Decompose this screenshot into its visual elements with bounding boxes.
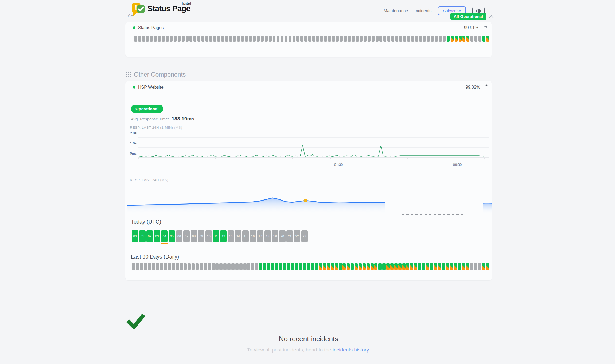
uptime-bar	[233, 36, 236, 42]
uptime-bar	[406, 263, 409, 270]
uptime-bar	[374, 263, 377, 270]
uptime-bar	[419, 36, 422, 42]
uptime-bar	[192, 263, 195, 270]
uptime-bar	[394, 263, 398, 270]
uptime-bar	[376, 36, 379, 42]
uptime-bar	[140, 263, 143, 270]
uptime-bar	[144, 263, 147, 270]
chevron-up-icon[interactable]	[489, 15, 494, 18]
uptime-bar	[295, 263, 298, 270]
uptime-bar	[442, 263, 445, 270]
uptime-bar	[249, 36, 252, 42]
uptime-bar	[371, 263, 374, 270]
refresh-icon[interactable]	[483, 26, 488, 30]
minute-chart-label: RESP. LAST 24H (1-MIN) (MS)	[130, 126, 182, 130]
uptime-bar	[454, 263, 457, 270]
uptime-bar	[378, 263, 382, 270]
uptime-bar	[446, 263, 449, 270]
xtick-0930: 09:30	[453, 163, 462, 167]
uptime-bar	[359, 263, 362, 270]
uptime-bar	[332, 36, 335, 42]
incidents-history-line: To view all past incidents, head to the …	[125, 347, 492, 353]
uptime-bar	[415, 36, 418, 42]
uptime-bar	[267, 263, 270, 270]
uptime-bar	[215, 263, 219, 270]
uptime-bar	[319, 263, 322, 270]
hour-block-00: 00	[132, 230, 138, 242]
component-name: Status Pages	[138, 25, 164, 30]
uptime-bar	[414, 263, 417, 270]
uptime-bar	[263, 263, 266, 270]
api-card: Status Pages 99.91%	[125, 22, 492, 57]
uptime-bar	[156, 263, 159, 270]
last90-strip	[132, 263, 489, 270]
hour-block-03: 03	[154, 230, 160, 242]
component-row-hsp-website: HSP Website 99.32%	[125, 84, 492, 90]
uptime-bar	[386, 263, 390, 270]
uptime-bar	[470, 36, 473, 42]
uptime-bar	[241, 36, 244, 42]
hour-block-01: 01	[139, 230, 146, 242]
uptime-bar	[271, 263, 274, 270]
hour-block-19: 19	[272, 230, 278, 242]
uptime-bar	[368, 36, 371, 42]
today-hours-strip: 0001020304050607080910111213141516171819…	[132, 230, 308, 242]
uptime-bar	[395, 36, 398, 42]
uptime-bar	[204, 263, 207, 270]
uptime-bar	[178, 36, 181, 42]
latest-point-marker	[304, 199, 308, 202]
uptime-bar	[364, 36, 367, 42]
uptime-bar	[148, 263, 151, 270]
uptime-bar	[360, 36, 363, 42]
uptime-bar	[316, 36, 319, 42]
operational-pill: Operational	[131, 105, 163, 113]
svg-text:!: !	[135, 4, 137, 12]
uptime-bar	[251, 263, 254, 270]
uptime-bar	[410, 263, 413, 270]
uptime-bar	[142, 36, 145, 42]
xtick-0130: 01:30	[334, 163, 343, 167]
hour-block-04: 04	[161, 230, 168, 242]
uptime-bar	[307, 263, 310, 270]
uptime-bar	[312, 36, 315, 42]
uptime-bar	[344, 36, 347, 42]
uptime-bar	[281, 36, 283, 42]
uptime-bar	[174, 36, 177, 42]
uptime-bar	[208, 263, 211, 270]
uptime-bar	[458, 263, 461, 270]
hour-block-09: 09	[198, 230, 204, 242]
uptime-bar	[225, 36, 228, 42]
uptime-bar	[443, 36, 446, 42]
uptime-bar	[150, 36, 153, 42]
uptime-bar	[253, 36, 256, 42]
ytick-2s: 2.0s	[126, 131, 137, 135]
nav-maintenance[interactable]: Maintenance	[384, 9, 408, 13]
uptime-bar	[293, 36, 295, 42]
uptime-value: 99.91%	[464, 25, 478, 30]
uptime-bar	[247, 263, 250, 270]
hour-block-15: 15	[242, 230, 249, 242]
uptime-bar	[231, 263, 235, 270]
uptime-value: 99.32%	[466, 85, 480, 90]
uptime-bar	[273, 36, 275, 42]
nav-incidents[interactable]: Incidents	[414, 9, 431, 13]
daily-chart-label: RESP. LAST 24H (MS)	[130, 178, 168, 182]
app-logo[interactable]: ! Status Page hosted	[131, 2, 190, 17]
brand-superscript: hosted	[182, 2, 191, 5]
uptime-bar	[466, 263, 469, 270]
uptime-bar	[323, 263, 326, 270]
component-row-status-pages: Status Pages 99.91%	[125, 25, 492, 30]
uptime-bar	[411, 36, 414, 42]
hour-block-02: 02	[146, 230, 153, 242]
uptime-bar	[315, 263, 318, 270]
incidents-history-link[interactable]: incidents history	[333, 347, 369, 353]
uptime-bar	[299, 263, 302, 270]
uptime-bar	[435, 36, 438, 42]
hour-block-13: 13	[228, 230, 234, 242]
uptime-bar	[403, 36, 406, 42]
uptime-bar	[363, 263, 366, 270]
uptime-bar	[470, 263, 473, 270]
uptime-bar	[291, 263, 294, 270]
uptime-bar	[342, 263, 346, 270]
uptime-bar	[426, 263, 429, 270]
